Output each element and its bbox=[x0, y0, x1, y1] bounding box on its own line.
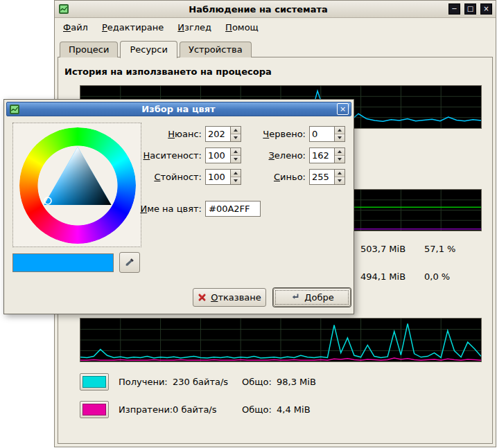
maximize-button[interactable]: □ bbox=[464, 3, 476, 15]
received-color-swatch bbox=[82, 376, 106, 388]
network-history-graph bbox=[80, 318, 482, 362]
green-label: Зелено: bbox=[236, 147, 306, 163]
sent-color-swatch bbox=[82, 404, 106, 415]
blue-label: Синьо: bbox=[236, 169, 306, 185]
memory-used-percent: 57,1 % bbox=[424, 244, 455, 254]
swap-used-percent: 0,0 % bbox=[424, 271, 450, 282]
color-preview bbox=[12, 253, 114, 272]
green-input[interactable] bbox=[310, 148, 334, 163]
saturation-input[interactable] bbox=[206, 148, 230, 163]
red-down-arrow[interactable] bbox=[335, 134, 345, 141]
cancel-button[interactable]: Отказване bbox=[193, 288, 266, 307]
green-down-arrow[interactable] bbox=[335, 155, 345, 163]
sent-total-label: Общо: bbox=[242, 404, 277, 415]
hue-input[interactable] bbox=[206, 127, 230, 141]
menubar: Файл Редактиране Изглед Помощ bbox=[55, 18, 496, 36]
received-total: 98,3 MiB bbox=[277, 377, 316, 387]
dialog-close-button[interactable]: × bbox=[337, 103, 349, 115]
window-title: Наблюдение на системата bbox=[72, 4, 444, 15]
dialog-app-icon bbox=[9, 104, 20, 115]
green-up-arrow[interactable] bbox=[335, 148, 345, 155]
color-wheel-area bbox=[12, 123, 141, 247]
tab-resources[interactable]: Ресурси bbox=[120, 41, 177, 58]
tab-devices[interactable]: Устройства bbox=[180, 42, 252, 57]
received-rate: 230 байта/s bbox=[173, 377, 242, 387]
green-spinbox bbox=[309, 147, 345, 163]
color-name-label: Име на цвят: bbox=[98, 201, 202, 217]
eyedropper-icon bbox=[124, 257, 135, 268]
desktop: Наблюдение на системата − □ × Файл Редак… bbox=[0, 0, 497, 448]
menu-help[interactable]: Помощ bbox=[225, 22, 259, 33]
received-color-button[interactable] bbox=[80, 373, 109, 391]
ok-button[interactable]: Добре bbox=[273, 288, 351, 307]
minimize-button[interactable]: − bbox=[448, 3, 460, 15]
network-sent-row: Изпратени: 0 байта/s Общо: 4,4 MiB bbox=[80, 400, 311, 418]
sent-label: Изпратени: bbox=[119, 404, 173, 415]
memory-used-value: 503,7 MiB bbox=[360, 244, 406, 254]
main-titlebar[interactable]: Наблюдение на системата − □ × bbox=[55, 1, 496, 18]
blue-spinbox bbox=[309, 169, 345, 185]
eyedropper-button[interactable] bbox=[119, 252, 140, 273]
dialog-title: Избор на цвят bbox=[23, 104, 334, 114]
blue-up-arrow[interactable] bbox=[335, 170, 345, 177]
menu-view[interactable]: Изглед bbox=[177, 22, 211, 33]
saturation-value-triangle[interactable] bbox=[19, 127, 136, 244]
sent-color-button[interactable] bbox=[80, 401, 109, 418]
menu-edit[interactable]: Редактиране bbox=[102, 22, 164, 33]
cpu-history-heading: История на използването на процесора bbox=[64, 66, 272, 77]
blue-down-arrow[interactable] bbox=[335, 177, 345, 184]
ok-label: Добре bbox=[304, 292, 333, 303]
dialog-titlebar[interactable]: Избор на цвят × bbox=[6, 102, 351, 116]
tab-bar: Процеси Ресурси Устройства bbox=[60, 39, 254, 57]
value-input[interactable] bbox=[206, 170, 230, 184]
swap-used-value: 494,1 MiB bbox=[360, 271, 406, 282]
red-label: Червено: bbox=[236, 126, 306, 142]
received-label: Получени: bbox=[119, 377, 173, 387]
network-received-row: Получени: 230 байта/s Общо: 98,3 MiB bbox=[80, 373, 316, 391]
color-picker-dialog: Избор на цвят × Нюанс: bbox=[3, 99, 354, 314]
close-button[interactable]: × bbox=[480, 3, 492, 15]
hue-label: Нюанс: bbox=[131, 126, 202, 142]
menu-file[interactable]: Файл bbox=[63, 22, 88, 33]
blue-input[interactable] bbox=[310, 170, 334, 184]
sent-total: 4,4 MiB bbox=[277, 404, 311, 415]
value-label: Стойност: bbox=[131, 169, 202, 185]
sent-rate: 0 байта/s bbox=[173, 404, 242, 415]
app-icon bbox=[58, 3, 69, 15]
cancel-label: Отказване bbox=[211, 292, 261, 303]
red-input[interactable] bbox=[310, 127, 334, 141]
tab-processes[interactable]: Процеси bbox=[60, 42, 118, 57]
cancel-x-icon bbox=[198, 293, 207, 302]
received-total-label: Общо: bbox=[242, 377, 277, 387]
ok-enter-icon bbox=[290, 292, 300, 303]
color-name-input[interactable] bbox=[205, 201, 261, 217]
red-up-arrow[interactable] bbox=[335, 127, 345, 134]
red-spinbox bbox=[309, 126, 345, 142]
saturation-label: Наситеност: bbox=[131, 147, 202, 163]
